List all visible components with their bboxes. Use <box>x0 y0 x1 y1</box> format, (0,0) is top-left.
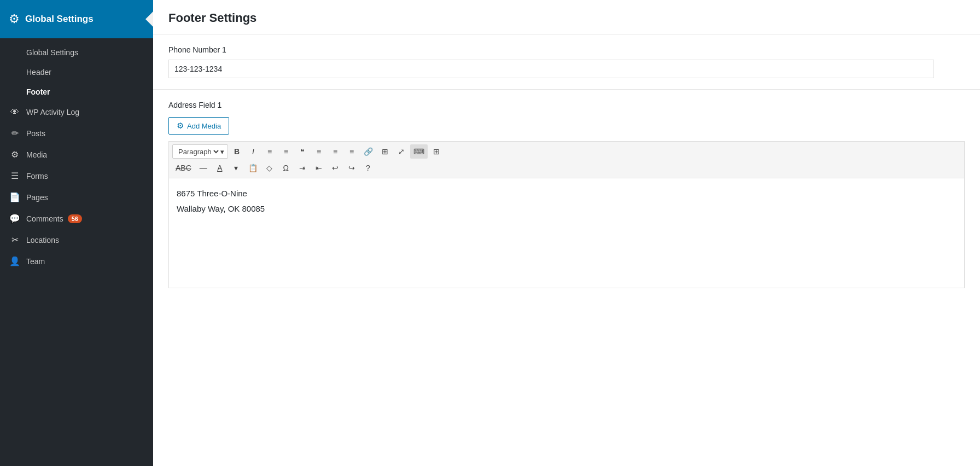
team-icon: 👤 <box>9 256 21 266</box>
fullscreen-button[interactable]: ⤢ <box>394 144 409 159</box>
forms-icon: ☰ <box>9 171 21 181</box>
sidebar-item-global-settings[interactable]: Global Settings <box>0 43 153 62</box>
italic-button[interactable]: I <box>246 144 261 159</box>
sidebar-item-footer[interactable]: Footer <box>0 82 153 102</box>
sidebar-item-label: Comments <box>26 214 63 223</box>
sidebar-nav: Global Settings Header Footer 👁 WP Activ… <box>0 38 153 276</box>
toolbar-row-2: ABC — A ▾ 📋 ◇ Ω ⇥ ⇤ ↩ ↪ ? <box>172 161 961 175</box>
sidebar-item-label: Forms <box>26 172 48 180</box>
posts-icon: ✏ <box>9 128 21 138</box>
blockquote-button[interactable]: ❝ <box>295 144 310 159</box>
sidebar-item-label: Pages <box>26 193 48 202</box>
rich-text-editor: Paragraph ▾ B I ≡ ≡ ❝ ≡ ≡ ≡ 🔗 ⊞ ⤢ ⌨ <box>168 141 965 288</box>
address-line-2: Wallaby Way, OK 80085 <box>177 202 956 215</box>
grid-button[interactable]: ⊞ <box>429 144 444 159</box>
table-button[interactable]: ⊞ <box>377 144 393 159</box>
align-left-button[interactable]: ≡ <box>311 144 326 159</box>
unordered-list-button[interactable]: ≡ <box>262 144 277 159</box>
sidebar-item-header[interactable]: Header <box>0 62 153 82</box>
sidebar-item-label: Global Settings <box>26 48 78 57</box>
address-field-label: Address Field 1 <box>168 101 965 109</box>
sidebar: ⚙ Global Settings Global Settings Header… <box>0 0 153 466</box>
gear-icon: ⚙ <box>9 12 20 26</box>
add-media-icon: ⚙ <box>177 121 184 131</box>
comments-badge: 56 <box>68 214 82 223</box>
horizontal-rule-button[interactable]: — <box>196 161 211 175</box>
chevron-down-icon: ▾ <box>220 148 224 156</box>
sidebar-item-label: Footer <box>26 88 50 96</box>
phone-field-label: Phone Number 1 <box>168 45 965 54</box>
sidebar-item-forms[interactable]: ☰ Forms <box>0 165 153 187</box>
bold-button[interactable]: B <box>229 144 244 159</box>
sidebar-header-title: Global Settings <box>25 14 94 25</box>
pages-icon: 📄 <box>9 192 21 202</box>
locations-icon: ✂ <box>9 235 21 245</box>
sidebar-item-team[interactable]: 👤 Team <box>0 251 153 272</box>
editor-toolbar: Paragraph ▾ B I ≡ ≡ ❝ ≡ ≡ ≡ 🔗 ⊞ ⤢ ⌨ <box>169 142 964 178</box>
align-center-button[interactable]: ≡ <box>328 144 343 159</box>
special-chars-button[interactable]: Ω <box>278 161 294 175</box>
sidebar-item-media[interactable]: ⚙ Media <box>0 144 153 165</box>
sidebar-item-label: Header <box>26 68 51 77</box>
keyboard-shortcut-button[interactable]: ⌨ <box>410 144 428 159</box>
clear-format-button[interactable]: ◇ <box>262 161 277 175</box>
sidebar-item-label: Team <box>26 257 45 266</box>
phone-number-section: Phone Number 1 <box>153 34 980 90</box>
add-media-button[interactable]: ⚙ Add Media <box>168 117 229 135</box>
strikethrough-button[interactable]: ABC <box>172 161 195 175</box>
sidebar-item-label: Locations <box>26 236 59 244</box>
address-line-1: 8675 Three-O-Nine <box>177 187 956 200</box>
sidebar-item-pages[interactable]: 📄 Pages <box>0 187 153 208</box>
sidebar-item-label: WP Activity Log <box>26 108 79 116</box>
sidebar-item-wp-activity-log[interactable]: 👁 WP Activity Log <box>0 102 153 123</box>
indent-button[interactable]: ⇥ <box>295 161 310 175</box>
sidebar-item-locations[interactable]: ✂ Locations <box>0 229 153 251</box>
link-button[interactable]: 🔗 <box>360 144 376 159</box>
paste-text-button[interactable]: 📋 <box>245 161 261 175</box>
redo-button[interactable]: ↪ <box>344 161 359 175</box>
page-title: Footer Settings <box>153 0 980 34</box>
comments-icon: 💬 <box>9 213 21 224</box>
sidebar-item-posts[interactable]: ✏ Posts <box>0 123 153 144</box>
editor-content-area[interactable]: 8675 Three-O-Nine Wallaby Way, OK 80085 <box>169 178 964 288</box>
sidebar-header[interactable]: ⚙ Global Settings <box>0 0 153 38</box>
media-icon: ⚙ <box>9 149 21 160</box>
font-color-button[interactable]: A <box>212 161 228 175</box>
sidebar-collapse-arrow <box>145 11 153 27</box>
outdent-button[interactable]: ⇤ <box>311 161 326 175</box>
sidebar-item-label: Posts <box>26 129 45 138</box>
address-field-section: Address Field 1 ⚙ Add Media Paragraph ▾ … <box>153 90 980 288</box>
help-button[interactable]: ? <box>360 161 376 175</box>
toolbar-row-1: Paragraph ▾ B I ≡ ≡ ❝ ≡ ≡ ≡ 🔗 ⊞ ⤢ ⌨ <box>172 144 961 159</box>
font-color-dropdown[interactable]: ▾ <box>229 161 244 175</box>
sidebar-item-comments[interactable]: 💬 Comments 56 <box>0 208 153 229</box>
add-media-label: Add Media <box>187 122 221 130</box>
eye-icon: 👁 <box>9 107 21 117</box>
ordered-list-button[interactable]: ≡ <box>278 144 294 159</box>
undo-button[interactable]: ↩ <box>328 161 343 175</box>
paragraph-select[interactable]: Paragraph ▾ <box>172 144 228 159</box>
paragraph-dropdown[interactable]: Paragraph <box>176 147 220 156</box>
sidebar-item-label: Media <box>26 150 47 159</box>
align-right-button[interactable]: ≡ <box>344 144 359 159</box>
main-content: Footer Settings Phone Number 1 Address F… <box>153 0 980 466</box>
phone-number-input[interactable] <box>168 60 934 78</box>
